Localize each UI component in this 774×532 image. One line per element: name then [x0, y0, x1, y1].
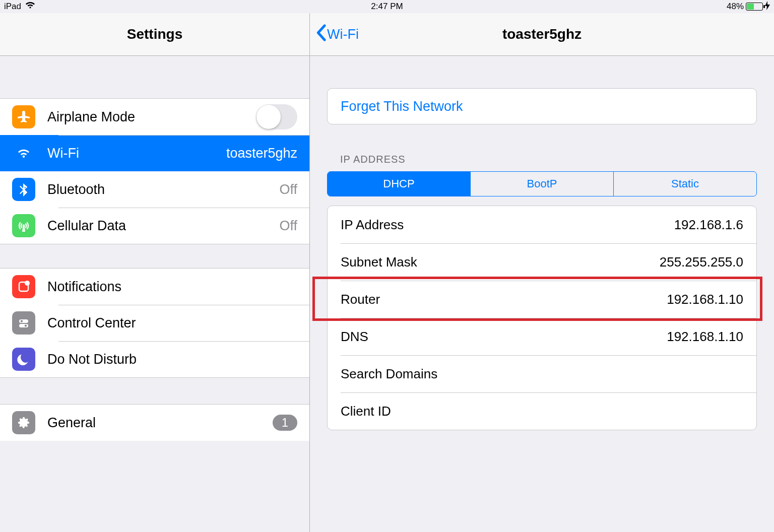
seg-static[interactable]: Static — [613, 172, 756, 196]
settings-group-general: General 1 — [0, 404, 309, 441]
forget-network-button[interactable]: Forget This Network — [327, 88, 757, 124]
sidebar-item-bluetooth[interactable]: Bluetooth Off — [0, 171, 309, 208]
svg-point-6 — [25, 324, 27, 326]
label: Router — [341, 292, 380, 307]
sidebar-item-label: Notifications — [47, 279, 121, 295]
row-router[interactable]: Router 192.168.1.10 — [328, 281, 756, 318]
sidebar-item-notifications[interactable]: Notifications — [0, 269, 309, 305]
sidebar-item-label: Do Not Disturb — [47, 352, 137, 367]
row-subnet-mask[interactable]: Subnet Mask 255.255.255.0 — [328, 243, 756, 281]
svg-rect-5 — [19, 324, 28, 327]
seg-bootp[interactable]: BootP — [470, 172, 613, 196]
cellular-icon — [12, 214, 35, 237]
sidebar-item-label: Control Center — [47, 315, 136, 331]
ip-address-header: IP ADDRESS — [327, 154, 757, 165]
ip-info-list: IP Address 192.168.1.6 Subnet Mask 255.2… — [327, 206, 757, 430]
status-time: 2:47 PM — [371, 2, 403, 12]
notifications-icon — [12, 275, 35, 298]
forget-network-label: Forget This Network — [341, 99, 463, 114]
row-dns[interactable]: DNS 192.168.1.10 — [328, 318, 756, 355]
control-center-icon — [12, 311, 35, 335]
sidebar-item-value: toaster5ghz — [226, 146, 297, 161]
sidebar-item-label: Wi-Fi — [47, 146, 79, 161]
charging-icon — [765, 1, 770, 13]
value: 192.168.1.10 — [667, 292, 743, 307]
settings-group-system: Notifications Control Center Do Not Dist… — [0, 268, 309, 378]
sidebar-item-value: Off — [279, 218, 297, 234]
row-client-id[interactable]: Client ID — [328, 392, 756, 430]
detail-navbar: Wi-Fi toaster5ghz — [310, 13, 774, 56]
svg-point-4 — [21, 320, 23, 322]
settings-sidebar: Settings Airplane Mode Wi-Fi toaster5ghz — [0, 13, 310, 532]
sidebar-item-value: Off — [279, 182, 297, 197]
general-badge: 1 — [273, 415, 297, 431]
sidebar-item-wifi[interactable]: Wi-Fi toaster5ghz — [0, 135, 309, 171]
gear-icon — [12, 411, 35, 434]
sidebar-item-airplane-mode[interactable]: Airplane Mode — [0, 99, 309, 135]
sidebar-navbar: Settings — [0, 13, 309, 56]
chevron-left-icon — [316, 24, 326, 45]
sidebar-item-label: Cellular Data — [47, 218, 126, 234]
label: IP Address — [341, 217, 404, 233]
value: 192.168.1.6 — [674, 217, 743, 233]
sidebar-item-general[interactable]: General 1 — [0, 405, 309, 441]
airplane-icon — [12, 105, 35, 128]
status-bar: iPad 2:47 PM 48% — [0, 0, 774, 13]
battery-icon — [746, 3, 763, 11]
value: 255.255.255.0 — [660, 254, 743, 270]
ip-mode-segmented-control: DHCP BootP Static — [327, 171, 757, 196]
label: Search Domains — [341, 366, 437, 382]
svg-point-2 — [25, 281, 30, 286]
wifi-status-icon — [25, 2, 35, 12]
device-label: iPad — [4, 2, 21, 12]
svg-rect-3 — [19, 319, 28, 323]
sidebar-item-label: Airplane Mode — [47, 109, 135, 125]
label: Client ID — [341, 404, 391, 419]
sidebar-item-cellular-data[interactable]: Cellular Data Off — [0, 208, 309, 244]
settings-group-connectivity: Airplane Mode Wi-Fi toaster5ghz Bluetoot… — [0, 98, 309, 244]
back-label: Wi-Fi — [327, 27, 359, 42]
moon-icon — [12, 348, 35, 371]
back-button[interactable]: Wi-Fi — [316, 13, 359, 55]
sidebar-item-label: Bluetooth — [47, 182, 105, 197]
label: Subnet Mask — [341, 254, 417, 270]
value: 192.168.1.10 — [667, 329, 743, 345]
bluetooth-icon — [12, 178, 35, 201]
seg-dhcp[interactable]: DHCP — [328, 172, 470, 196]
battery-percent: 48% — [727, 2, 744, 12]
row-search-domains[interactable]: Search Domains — [328, 355, 756, 392]
sidebar-item-do-not-disturb[interactable]: Do Not Disturb — [0, 341, 309, 377]
sidebar-item-label: General — [47, 415, 96, 431]
airplane-mode-switch[interactable] — [256, 104, 297, 129]
row-ip-address[interactable]: IP Address 192.168.1.6 — [328, 206, 756, 243]
svg-point-0 — [23, 225, 25, 227]
battery-fill — [747, 4, 754, 10]
wifi-detail-pane: Wi-Fi toaster5ghz Forget This Network IP… — [310, 13, 774, 532]
wifi-icon — [12, 142, 35, 165]
sidebar-title: Settings — [127, 26, 182, 42]
label: DNS — [341, 329, 368, 345]
detail-title: toaster5ghz — [502, 26, 582, 42]
sidebar-item-control-center[interactable]: Control Center — [0, 305, 309, 341]
